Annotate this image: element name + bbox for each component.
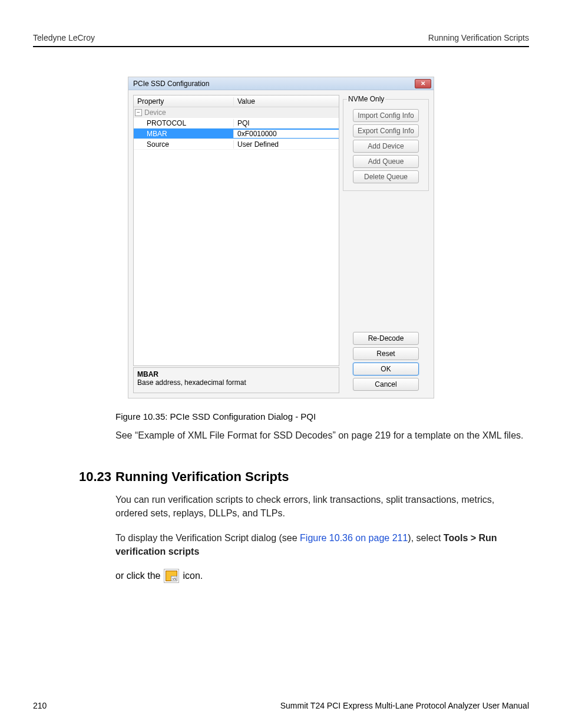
- figure-caption: Figure 10.35: PCIe SSD Configuration Dia…: [115, 411, 529, 421]
- paragraph-xml-ref: See “Example of XML File Format for SSD …: [115, 429, 529, 442]
- cell-prop: MBAR: [134, 130, 234, 138]
- dialog-titlebar[interactable]: PCIe SSD Configuration ✕: [128, 77, 434, 90]
- header-left: Teledyne LeCroy: [33, 33, 95, 42]
- group-label: Device: [144, 108, 166, 117]
- header-right: Running Verification Scripts: [428, 33, 529, 42]
- desc-title: MBAR: [137, 370, 335, 378]
- pcie-ssd-config-dialog: PCIe SSD Configuration ✕ Property Value …: [128, 77, 434, 398]
- property-grid[interactable]: Property Value − Device PROTOCOL PQI: [133, 95, 339, 366]
- delete-queue-button[interactable]: Delete Queue: [353, 170, 419, 183]
- export-config-button[interactable]: Export Config Info: [353, 124, 419, 137]
- section-title: Running Verification Scripts: [115, 469, 289, 485]
- text: ), select: [408, 533, 443, 543]
- cancel-button[interactable]: Cancel: [353, 378, 419, 391]
- col-header-value: Value: [234, 97, 339, 106]
- group-row-device[interactable]: − Device: [134, 107, 339, 118]
- row-protocol[interactable]: PROTOCOL PQI: [134, 118, 339, 129]
- add-queue-button[interactable]: Add Queue: [353, 155, 419, 168]
- section-number: 10.23: [79, 469, 115, 485]
- row-source[interactable]: Source User Defined: [134, 139, 339, 150]
- cell-val: 0xF0010000: [234, 130, 339, 138]
- desc-text: Base address, hexadecimal format: [137, 378, 335, 387]
- nvme-legend: NVMe Only: [347, 95, 385, 103]
- paragraph-howto: To display the Verification Script dialo…: [115, 531, 529, 558]
- ok-button[interactable]: OK: [353, 363, 419, 375]
- grid-header: Property Value: [134, 95, 339, 107]
- col-header-property: Property: [134, 97, 234, 106]
- cell-prop: PROTOCOL: [134, 119, 234, 127]
- text: or click the: [115, 571, 160, 581]
- row-mbar[interactable]: MBAR 0xF0010000: [134, 129, 339, 139]
- dialog-title: PCIe SSD Configuration: [133, 80, 209, 88]
- close-icon[interactable]: ✕: [415, 79, 431, 88]
- paragraph-intro: You can run verification scripts to chec…: [115, 493, 529, 520]
- cell-prop: Source: [134, 140, 234, 149]
- text: icon.: [183, 571, 203, 581]
- text: To display the Verification Script dialo…: [115, 533, 300, 543]
- add-device-button[interactable]: Add Device: [353, 140, 419, 153]
- description-panel: MBAR Base address, hexadecimal format: [133, 367, 339, 393]
- re-decode-button[interactable]: Re-Decode: [353, 332, 419, 345]
- nvme-only-group: NVMe Only Import Config Info Export Conf…: [343, 95, 429, 191]
- footer-title: Summit T24 PCI Express Multi-Lane Protoc…: [280, 701, 529, 710]
- cell-val: PQI: [234, 119, 339, 127]
- page-number: 210: [33, 701, 47, 710]
- figure-link[interactable]: Figure 10.36 on page 211: [300, 533, 408, 543]
- import-config-button[interactable]: Import Config Info: [353, 109, 419, 122]
- reset-button[interactable]: Reset: [353, 347, 419, 360]
- header-rule: [33, 46, 529, 47]
- collapse-icon[interactable]: −: [135, 109, 142, 116]
- cell-val: User Defined: [234, 140, 339, 149]
- verification-script-icon: [164, 569, 179, 583]
